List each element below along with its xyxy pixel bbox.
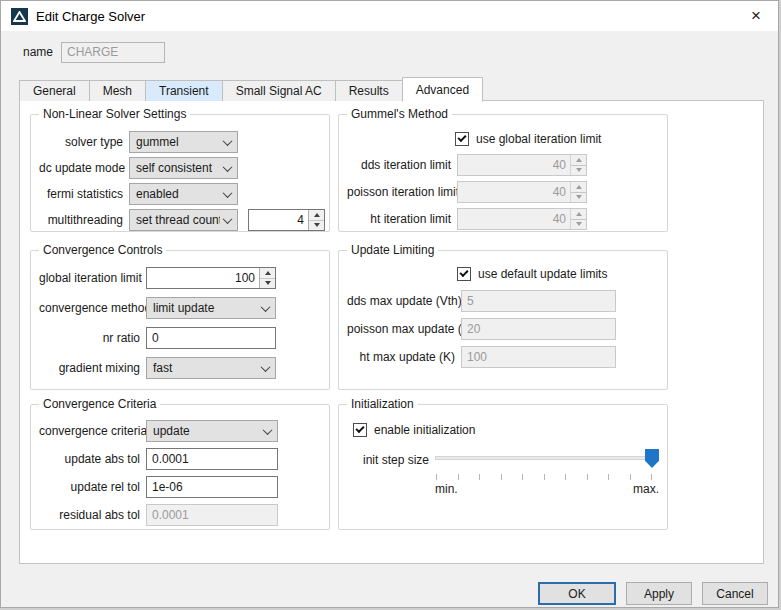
- tab-transient[interactable]: Transient: [145, 80, 223, 101]
- convergence-criteria-label: convergence criteria: [39, 424, 146, 438]
- group-update-limiting: Update Limiting use default update limit…: [338, 250, 668, 390]
- slider-handle[interactable]: [645, 449, 659, 468]
- slider-groove[interactable]: [435, 456, 657, 460]
- chevron-down-icon: [223, 214, 233, 224]
- slider-min-label: min.: [435, 482, 458, 496]
- tab-general[interactable]: General: [19, 80, 90, 101]
- close-icon[interactable]: ×: [744, 4, 768, 28]
- dds-iteration-limit-value: [458, 155, 570, 175]
- edit-charge-solver-dialog: Edit Charge Solver × name General Mesh T…: [0, 0, 779, 608]
- init-step-size-slider[interactable]: min. max.: [435, 448, 659, 496]
- fermi-statistics-label: fermi statistics: [39, 187, 129, 201]
- global-iteration-limit-label: global iteration limit: [39, 271, 146, 285]
- solver-type-dropdown[interactable]: gummel: [129, 131, 238, 153]
- dds-max-update-input: [461, 290, 616, 312]
- update-rel-tol-label: update rel tol: [39, 480, 146, 494]
- nr-ratio-input[interactable]: [146, 327, 276, 349]
- window-title: Edit Charge Solver: [36, 9, 145, 24]
- checkmark-icon: [355, 424, 364, 433]
- chevron-down-icon: [261, 362, 271, 372]
- advanced-tab-page: Non-Linear Solver Settings solver type g…: [19, 100, 764, 564]
- ht-max-update-input: [461, 346, 616, 368]
- group-title: Non-Linear Solver Settings: [39, 107, 190, 121]
- multithreading-dropdown[interactable]: set thread count: [129, 209, 238, 231]
- checkmark-icon: [459, 268, 468, 277]
- multithreading-label: multithreading: [39, 213, 129, 227]
- dds-max-update-label: dds max update (Vth): [347, 294, 461, 308]
- ht-iteration-limit-spinner: [457, 208, 587, 230]
- dc-update-mode-label: dc update mode: [39, 161, 129, 175]
- checkmark-icon: [457, 133, 466, 142]
- name-row: name: [1, 31, 778, 73]
- slider-ticks: [436, 474, 652, 480]
- group-convergence-controls: Convergence Controls global iteration li…: [30, 250, 330, 390]
- chevron-down-icon: [223, 162, 233, 172]
- checkbox[interactable]: [353, 423, 367, 437]
- solver-type-label: solver type: [39, 135, 129, 149]
- tab-results[interactable]: Results: [335, 80, 403, 101]
- poisson-max-update-label: poisson max update (Vth): [347, 322, 461, 336]
- chevron-down-icon: [223, 188, 233, 198]
- gradient-mixing-label: gradient mixing: [39, 361, 146, 375]
- cancel-button[interactable]: Cancel: [702, 582, 768, 605]
- group-title: Update Limiting: [347, 243, 438, 257]
- init-step-size-label: init step size: [347, 453, 435, 467]
- chevron-down-icon: [223, 136, 233, 146]
- app-logo-icon: [11, 8, 28, 25]
- ht-iteration-limit-value: [458, 209, 570, 229]
- group-title: Convergence Criteria: [39, 397, 160, 411]
- spin-up-icon[interactable]: [309, 210, 324, 221]
- enable-initialization-checkbox[interactable]: enable initialization: [353, 421, 659, 439]
- spin-buttons[interactable]: [308, 210, 324, 230]
- name-label: name: [23, 45, 53, 59]
- tab-advanced[interactable]: Advanced: [402, 77, 483, 102]
- global-iteration-limit-value[interactable]: [147, 268, 259, 288]
- tab-bar: General Mesh Transient Small Signal AC R…: [19, 76, 482, 101]
- dds-iteration-limit-label: dds iteration limit: [347, 158, 457, 172]
- convergence-method-dropdown[interactable]: limit update: [146, 297, 276, 319]
- checkbox[interactable]: [457, 267, 471, 281]
- dds-iteration-limit-spinner: [457, 154, 587, 176]
- poisson-iteration-limit-label: poisson iteration limit: [347, 185, 457, 199]
- gradient-mixing-dropdown[interactable]: fast: [146, 357, 276, 379]
- residual-abs-tol-input: [146, 504, 278, 526]
- thread-count-spinner[interactable]: [248, 209, 325, 231]
- ht-max-update-label: ht max update (K): [347, 350, 461, 364]
- poisson-iteration-limit-value: [458, 182, 570, 202]
- fermi-statistics-dropdown[interactable]: enabled: [129, 183, 238, 205]
- tab-mesh[interactable]: Mesh: [89, 80, 146, 101]
- chevron-down-icon: [261, 302, 271, 312]
- update-abs-tol-input[interactable]: [146, 448, 278, 470]
- update-rel-tol-input[interactable]: [146, 476, 278, 498]
- residual-abs-tol-label: residual abs tol: [39, 508, 146, 522]
- checkbox[interactable]: [455, 132, 469, 146]
- apply-button[interactable]: Apply: [626, 582, 692, 605]
- spin-buttons[interactable]: [259, 268, 275, 288]
- convergence-criteria-dropdown[interactable]: update: [146, 420, 278, 442]
- ok-button[interactable]: OK: [538, 582, 616, 605]
- poisson-iteration-limit-spinner: [457, 181, 587, 203]
- group-title: Initialization: [347, 397, 418, 411]
- group-initialization: Initialization enable initialization ini…: [338, 404, 668, 530]
- group-nonlinear-solver-settings: Non-Linear Solver Settings solver type g…: [30, 114, 330, 232]
- group-gummels-method: Gummel's Method use global iteration lim…: [338, 114, 668, 232]
- spin-down-icon[interactable]: [309, 221, 324, 231]
- group-convergence-criteria: Convergence Criteria convergence criteri…: [30, 404, 330, 530]
- slider-max-label: max.: [633, 482, 659, 496]
- tab-small-signal-ac[interactable]: Small Signal AC: [222, 80, 336, 101]
- thread-count-value[interactable]: [249, 210, 308, 230]
- ht-iteration-limit-label: ht iteration limit: [347, 212, 457, 226]
- update-abs-tol-label: update abs tol: [39, 452, 146, 466]
- dc-update-mode-dropdown[interactable]: self consistent: [129, 157, 238, 179]
- titlebar: Edit Charge Solver ×: [1, 1, 778, 31]
- spin-down-icon[interactable]: [260, 279, 275, 289]
- use-default-update-limits-checkbox[interactable]: use default update limits: [457, 265, 659, 283]
- name-input: [61, 42, 165, 63]
- chevron-down-icon: [263, 425, 273, 435]
- spin-up-icon[interactable]: [260, 268, 275, 279]
- use-global-iteration-limit-checkbox[interactable]: use global iteration limit: [455, 130, 659, 148]
- global-iteration-limit-spinner[interactable]: [146, 267, 276, 289]
- group-title: Convergence Controls: [39, 243, 166, 257]
- group-title: Gummel's Method: [347, 107, 452, 121]
- poisson-max-update-input: [461, 318, 616, 340]
